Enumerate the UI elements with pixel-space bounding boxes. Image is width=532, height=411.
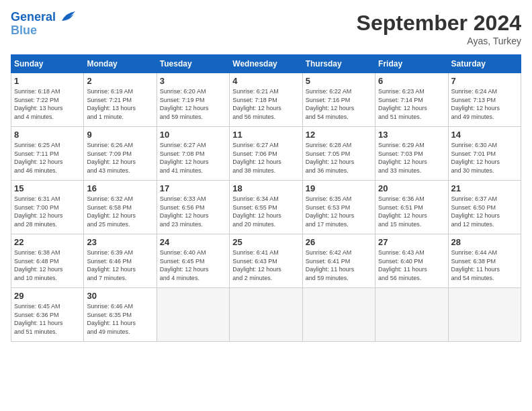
day-info: Sunrise: 6:29 AMSunset: 7:03 PMDaylight:… — [378, 141, 445, 175]
calendar-cell: 22Sunrise: 6:38 AMSunset: 6:48 PMDayligh… — [11, 234, 84, 288]
header-day-thursday: Thursday — [302, 55, 375, 73]
week-row-3: 15Sunrise: 6:31 AMSunset: 7:00 PMDayligh… — [11, 181, 521, 234]
header-day-tuesday: Tuesday — [157, 55, 229, 73]
day-info: Sunrise: 6:36 AMSunset: 6:51 PMDaylight:… — [378, 195, 445, 228]
day-info: Sunrise: 6:24 AMSunset: 7:13 PMDaylight:… — [451, 87, 518, 121]
day-number: 9 — [87, 130, 153, 140]
day-number: 23 — [87, 237, 153, 247]
day-number: 20 — [378, 183, 445, 193]
calendar-cell — [230, 288, 302, 342]
calendar-cell: 19Sunrise: 6:35 AMSunset: 6:53 PMDayligh… — [302, 181, 375, 234]
month-title: September 2024 Ayas, Turkey — [357, 11, 521, 46]
week-row-4: 22Sunrise: 6:38 AMSunset: 6:48 PMDayligh… — [11, 234, 521, 288]
header-day-monday: Monday — [84, 55, 157, 73]
day-info: Sunrise: 6:44 AMSunset: 6:38 PMDaylight:… — [451, 248, 518, 282]
calendar-cell: 2Sunrise: 6:19 AMSunset: 7:21 PMDaylight… — [84, 73, 157, 127]
calendar-cell: 6Sunrise: 6:23 AMSunset: 7:14 PMDaylight… — [375, 73, 448, 127]
day-info: Sunrise: 6:40 AMSunset: 6:45 PMDaylight:… — [160, 248, 226, 282]
day-number: 17 — [160, 183, 226, 193]
day-number: 6 — [378, 76, 445, 86]
day-number: 5 — [306, 76, 372, 86]
calendar-cell: 3Sunrise: 6:20 AMSunset: 7:19 PMDaylight… — [157, 73, 229, 127]
day-number: 15 — [14, 183, 81, 193]
day-info: Sunrise: 6:38 AMSunset: 6:48 PMDaylight:… — [14, 248, 81, 282]
calendar-cell: 12Sunrise: 6:28 AMSunset: 7:05 PMDayligh… — [302, 127, 375, 181]
calendar-cell: 4Sunrise: 6:21 AMSunset: 7:18 PMDaylight… — [230, 73, 302, 127]
day-number: 30 — [87, 291, 153, 301]
day-number: 16 — [87, 183, 153, 193]
day-number: 29 — [14, 291, 81, 301]
day-info: Sunrise: 6:26 AMSunset: 7:09 PMDaylight:… — [87, 141, 153, 175]
month-year: September 2024 — [357, 11, 521, 36]
calendar-cell: 18Sunrise: 6:34 AMSunset: 6:55 PMDayligh… — [230, 181, 302, 234]
day-number: 14 — [451, 130, 518, 140]
calendar-cell: 8Sunrise: 6:25 AMSunset: 7:11 PMDaylight… — [11, 127, 84, 181]
day-number: 12 — [306, 130, 372, 140]
day-info: Sunrise: 6:34 AMSunset: 6:55 PMDaylight:… — [232, 195, 299, 228]
header-day-friday: Friday — [375, 55, 448, 73]
calendar-cell: 17Sunrise: 6:33 AMSunset: 6:56 PMDayligh… — [157, 181, 229, 234]
logo: General Blue — [11, 11, 75, 38]
calendar-table: SundayMondayTuesdayWednesdayThursdayFrid… — [11, 54, 521, 342]
header-day-wednesday: Wednesday — [230, 55, 302, 73]
day-info: Sunrise: 6:27 AMSunset: 7:08 PMDaylight:… — [160, 141, 226, 175]
calendar-cell: 13Sunrise: 6:29 AMSunset: 7:03 PMDayligh… — [375, 127, 448, 181]
day-info: Sunrise: 6:27 AMSunset: 7:06 PMDaylight:… — [232, 141, 299, 175]
calendar-header: SundayMondayTuesdayWednesdayThursdayFrid… — [11, 55, 521, 73]
day-info: Sunrise: 6:22 AMSunset: 7:16 PMDaylight:… — [306, 87, 372, 121]
day-number: 3 — [160, 76, 226, 86]
day-info: Sunrise: 6:37 AMSunset: 6:50 PMDaylight:… — [451, 195, 518, 228]
page-header: General Blue September 2024 Ayas, Turkey — [11, 11, 521, 46]
calendar-cell: 25Sunrise: 6:41 AMSunset: 6:43 PMDayligh… — [230, 234, 302, 288]
calendar-cell: 21Sunrise: 6:37 AMSunset: 6:50 PMDayligh… — [448, 181, 521, 234]
day-info: Sunrise: 6:25 AMSunset: 7:11 PMDaylight:… — [14, 141, 81, 175]
calendar-cell — [448, 288, 521, 342]
day-info: Sunrise: 6:28 AMSunset: 7:05 PMDaylight:… — [306, 141, 372, 175]
calendar-cell: 10Sunrise: 6:27 AMSunset: 7:08 PMDayligh… — [157, 127, 229, 181]
calendar-cell: 11Sunrise: 6:27 AMSunset: 7:06 PMDayligh… — [230, 127, 302, 181]
day-info: Sunrise: 6:39 AMSunset: 6:46 PMDaylight:… — [87, 248, 153, 282]
day-number: 4 — [232, 76, 299, 86]
day-info: Sunrise: 6:46 AMSunset: 6:35 PMDaylight:… — [87, 302, 153, 336]
day-number: 27 — [378, 237, 445, 247]
day-info: Sunrise: 6:45 AMSunset: 6:36 PMDaylight:… — [14, 302, 81, 336]
day-number: 22 — [14, 237, 81, 247]
day-info: Sunrise: 6:33 AMSunset: 6:56 PMDaylight:… — [160, 195, 226, 228]
calendar-cell — [302, 288, 375, 342]
day-number: 18 — [232, 183, 299, 193]
day-info: Sunrise: 6:42 AMSunset: 6:41 PMDaylight:… — [306, 248, 372, 282]
day-info: Sunrise: 6:35 AMSunset: 6:53 PMDaylight:… — [306, 195, 372, 228]
week-row-5: 29Sunrise: 6:45 AMSunset: 6:36 PMDayligh… — [11, 288, 521, 342]
day-info: Sunrise: 6:32 AMSunset: 6:58 PMDaylight:… — [87, 195, 153, 228]
calendar-cell — [157, 288, 229, 342]
day-info: Sunrise: 6:19 AMSunset: 7:21 PMDaylight:… — [87, 87, 153, 121]
day-number: 7 — [451, 76, 518, 86]
day-info: Sunrise: 6:41 AMSunset: 6:43 PMDaylight:… — [232, 248, 299, 282]
calendar-cell: 28Sunrise: 6:44 AMSunset: 6:38 PMDayligh… — [448, 234, 521, 288]
day-number: 2 — [87, 76, 153, 86]
calendar-cell: 26Sunrise: 6:42 AMSunset: 6:41 PMDayligh… — [302, 234, 375, 288]
header-row: SundayMondayTuesdayWednesdayThursdayFrid… — [11, 55, 521, 73]
day-info: Sunrise: 6:30 AMSunset: 7:01 PMDaylight:… — [451, 141, 518, 175]
calendar-cell: 29Sunrise: 6:45 AMSunset: 6:36 PMDayligh… — [11, 288, 84, 342]
week-row-2: 8Sunrise: 6:25 AMSunset: 7:11 PMDaylight… — [11, 127, 521, 181]
week-row-1: 1Sunrise: 6:18 AMSunset: 7:22 PMDaylight… — [11, 73, 521, 127]
logo-bird-icon — [60, 11, 75, 24]
day-number: 26 — [306, 237, 372, 247]
calendar-cell: 5Sunrise: 6:22 AMSunset: 7:16 PMDaylight… — [302, 73, 375, 127]
day-number: 24 — [160, 237, 226, 247]
calendar-cell — [375, 288, 448, 342]
day-number: 8 — [14, 130, 81, 140]
day-number: 19 — [306, 183, 372, 193]
calendar-cell: 14Sunrise: 6:30 AMSunset: 7:01 PMDayligh… — [448, 127, 521, 181]
day-info: Sunrise: 6:43 AMSunset: 6:40 PMDaylight:… — [378, 248, 445, 282]
day-number: 10 — [160, 130, 226, 140]
day-number: 21 — [451, 183, 518, 193]
calendar-cell: 27Sunrise: 6:43 AMSunset: 6:40 PMDayligh… — [375, 234, 448, 288]
calendar-cell: 1Sunrise: 6:18 AMSunset: 7:22 PMDaylight… — [11, 73, 84, 127]
day-number: 28 — [451, 237, 518, 247]
day-info: Sunrise: 6:31 AMSunset: 7:00 PMDaylight:… — [14, 195, 81, 228]
day-number: 13 — [378, 130, 445, 140]
header-day-sunday: Sunday — [11, 55, 84, 73]
day-number: 11 — [232, 130, 299, 140]
